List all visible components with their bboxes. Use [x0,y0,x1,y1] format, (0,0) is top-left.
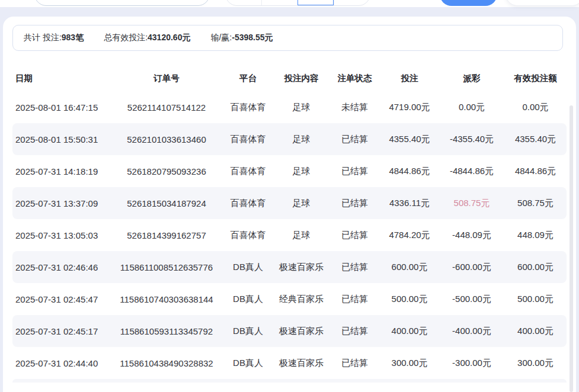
valid-bet-cell: 600.00元 [504,262,567,273]
order-cell: 5261820795093236 [110,166,223,176]
column-header: 投注 [380,73,439,84]
content-cell: 极速百家乐 [273,262,330,273]
valid-bet-cell: 508.75元 [504,198,567,209]
content-cell: 足球 [273,198,330,209]
status-cell: 已结算 [330,326,380,337]
table-row[interactable]: 2025-07-31 02:45:471158610740303638144DB… [12,283,567,315]
date-cell: 2025-08-01 16:47:15 [12,102,110,113]
platform-cell: 百喜体育 [223,166,273,177]
content-cell: 足球 [273,134,330,145]
table-row[interactable]: 2025-07-31 13:05:035261814399162757百喜体育足… [12,219,567,251]
platform-cell: DB真人 [223,358,273,369]
reset-button[interactable] [506,0,579,6]
bet-cell: 600.00元 [380,262,439,273]
bet-records-card: 共计 投注:983笔 总有效投注:43120.60元 输/赢:-5398.55元… [3,17,576,392]
status-cell: 未结算 [330,102,380,113]
order-cell: 5261815034187924 [110,198,223,208]
column-header: 平台 [223,73,273,84]
table-row[interactable]: 2025-07-31 13:37:095261815034187924百喜体育足… [12,187,567,219]
summary-label: 共计 投注: [24,33,62,42]
status-cell: 已结算 [330,262,380,273]
status-cell: 已结算 [330,166,380,177]
valid-bet-cell: 300.00元 [504,358,567,369]
content-cell: 经典百家乐 [273,294,330,305]
column-header: 日期 [12,73,110,84]
order-cell: 1158610740303638144 [110,294,223,304]
date-cell: 2025-07-31 02:46:46 [12,262,110,272]
order-cell: 1158611008512635776 [110,262,223,272]
payout-cell: -300.00元 [439,358,504,369]
valid-bet-cell: 4355.40元 [504,134,567,145]
payout-cell: -500.00元 [439,294,504,305]
table-row[interactable]: 2025-07-31 02:44:401158610438490328832DB… [12,347,567,379]
table-row[interactable]: 2025-08-01 15:50:315262101033613460百喜体育足… [12,123,567,155]
table-row[interactable]: 2025-07-31 02:45:171158610593113345792DB… [12,315,567,347]
column-header: 派彩 [439,73,504,84]
platform-cell: DB真人 [223,294,273,305]
summary-value: -5398.55元 [232,33,273,42]
column-header: 注单状态 [330,73,380,84]
payout-cell: -600.00元 [439,262,504,273]
content-cell: 极速百家乐 [273,358,330,369]
table-row[interactable]: 2025-07-31 14:18:195261820795093236百喜体育足… [12,155,567,187]
bet-cell: 4355.40元 [380,134,439,145]
date-cell: 2025-07-31 13:05:03 [12,230,110,240]
bet-cell: 400.00元 [380,326,439,337]
payout-cell: -4844.86元 [439,166,504,177]
bet-cell: 4784.20元 [380,230,439,241]
summary-value: 43120.60元 [148,33,190,42]
filter-segmented-control [225,0,370,6]
table-body: 2025-08-01 16:47:155262114107514122百喜体育足… [12,91,567,379]
status-cell: 已结算 [330,198,380,209]
valid-bet-cell: 4844.86元 [504,166,567,177]
bet-cell: 4719.00元 [380,102,439,113]
payout-cell: -400.00元 [439,326,504,337]
summary-win-loss: 输/赢:-5398.55元 [210,33,273,43]
content-cell: 极速百家乐 [273,326,330,337]
summary-label: 输/赢: [210,33,232,42]
bet-cell: 4336.11元 [380,198,439,209]
platform-cell: 百喜体育 [223,134,273,145]
summary-total-bets: 共计 投注:983笔 [24,33,84,43]
order-cell: 5262101033613460 [110,134,223,144]
vertical-scrollbar[interactable] [570,105,573,392]
segment-option[interactable] [226,0,261,5]
status-cell: 已结算 [330,230,380,241]
content-cell: 足球 [273,102,330,113]
bet-cell: 300.00元 [380,358,439,369]
date-cell: 2025-07-31 02:45:17 [12,326,110,336]
platform-cell: DB真人 [223,262,273,273]
valid-bet-cell: 400.00元 [504,326,567,337]
platform-cell: 百喜体育 [223,198,273,209]
status-cell: 已结算 [330,294,380,305]
segment-option[interactable] [261,0,298,5]
bet-records-table: 日期订单号平台投注内容注单状态投注派彩有效投注额 2025-08-01 16:4… [12,65,567,383]
summary-bar: 共计 投注:983笔 总有效投注:43120.60元 输/赢:-5398.55元 [12,25,563,51]
order-cell: 1158610438490328832 [110,358,223,368]
valid-bet-cell: 0.00元 [504,102,567,113]
valid-bet-cell: 448.09元 [504,230,567,241]
top-toolbar [0,0,579,7]
date-cell: 2025-07-31 13:37:09 [12,198,110,208]
payout-cell: 508.75元 [439,198,504,209]
content-cell: 足球 [273,166,330,177]
valid-bet-cell: 500.00元 [504,294,567,305]
column-header: 有效投注额 [504,73,567,84]
platform-cell: 百喜体育 [223,102,273,113]
order-cell: 1158610593113345792 [110,326,223,336]
date-cell: 2025-07-31 02:45:47 [12,294,110,304]
status-cell: 已结算 [330,358,380,369]
search-button[interactable] [440,0,497,6]
segment-option[interactable] [334,0,370,5]
search-input[interactable] [34,0,210,6]
table-row[interactable]: 2025-08-01 16:47:155262114107514122百喜体育足… [12,91,567,123]
date-cell: 2025-07-31 14:18:19 [12,166,110,176]
table-row[interactable]: 2025-07-31 02:46:461158611008512635776DB… [12,251,567,283]
payout-cell: -4355.40元 [439,134,504,145]
table-header: 日期订单号平台投注内容注单状态投注派彩有效投注额 [12,65,567,91]
content-cell: 足球 [273,230,330,241]
segment-option-selected[interactable] [298,0,334,5]
summary-value: 983笔 [62,33,84,42]
platform-cell: 百喜体育 [223,230,273,241]
date-cell: 2025-07-31 02:44:40 [12,358,110,368]
